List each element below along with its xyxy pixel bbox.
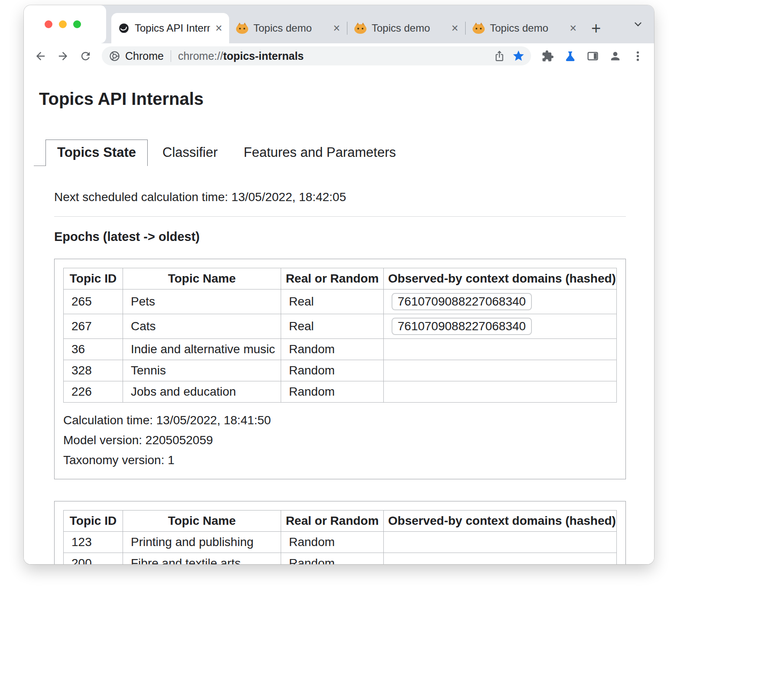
topics-internals-icon	[118, 23, 130, 34]
column-header: Real or Random	[281, 268, 384, 289]
column-header: Topic ID	[64, 511, 123, 532]
tab-title: Topics API Intern	[135, 22, 210, 34]
topic-name-cell: Cats	[123, 314, 281, 339]
real-or-random-cell: Random	[281, 381, 384, 403]
profile-icon	[609, 50, 622, 62]
topic-name-cell: Pets	[123, 289, 281, 314]
column-header: Topic Name	[123, 511, 281, 532]
minimize-window-button[interactable]	[59, 20, 67, 28]
topic-name-cell: Fibre and textile arts	[123, 553, 281, 565]
domains-cell	[384, 381, 617, 403]
close-window-button[interactable]	[45, 20, 52, 28]
tab-title: Topics demo	[372, 22, 446, 34]
tab-close-icon[interactable]: ×	[215, 23, 222, 34]
bookmark-star-button[interactable]	[512, 49, 525, 62]
extensions-button[interactable]	[538, 46, 557, 65]
column-header: Observed-by context domains (hashed)	[384, 511, 617, 532]
domain-hash-chip: 7610709088227068340	[392, 293, 532, 310]
column-header: Observed-by context domains (hashed)	[384, 268, 617, 289]
flask-icon	[564, 50, 577, 62]
column-header: Real or Random	[281, 511, 384, 532]
epoch-card: Topic ID Topic Name Real or Random Obser…	[54, 501, 626, 564]
table-row: 123 Printing and publishing Random	[64, 532, 617, 553]
puzzle-icon	[541, 50, 554, 62]
page-title: Topics API Internals	[39, 88, 626, 109]
experiments-button[interactable]	[560, 46, 580, 65]
address-bar[interactable]: Chrome chrome://topics-internals	[102, 46, 531, 65]
table-row: 267 Cats Real 7610709088227068340	[64, 314, 617, 339]
domains-cell: 7610709088227068340	[384, 314, 617, 339]
domain-hash-chip: 7610709088227068340	[392, 318, 532, 335]
topics-state-panel: Next scheduled calculation time: 13/05/2…	[54, 190, 626, 564]
real-or-random-cell: Real	[281, 314, 384, 339]
tab-title: Topics demo	[490, 22, 564, 34]
table-row: 226 Jobs and education Random	[64, 381, 617, 403]
table-row: 36 Indie and alternative music Random	[64, 339, 617, 360]
reload-button[interactable]	[76, 46, 95, 65]
tab-features-parameters[interactable]: Features and Parameters	[233, 140, 408, 166]
browser-tab-topics-internals[interactable]: Topics API Intern ×	[111, 13, 229, 43]
cat-icon	[354, 23, 366, 34]
model-version-text: Model version: 2205052059	[63, 430, 617, 450]
zoom-window-button[interactable]	[73, 20, 81, 28]
cat-icon	[236, 23, 248, 34]
topic-name-cell: Tennis	[123, 360, 281, 381]
next-scheduled-text: Next scheduled calculation time: 13/05/2…	[54, 190, 626, 204]
page-viewport: Topics API Internals Topics State Classi…	[24, 68, 654, 564]
browser-tab-topics-demo-3[interactable]: Topics demo ×	[466, 13, 583, 43]
column-header: Topic ID	[64, 268, 123, 289]
table-header-row: Topic ID Topic Name Real or Random Obser…	[64, 268, 617, 289]
internals-tab-bar: Topics State Classifier Features and Par…	[34, 140, 626, 166]
three-dot-menu-icon	[632, 50, 644, 62]
new-tab-button[interactable]: +	[583, 13, 609, 43]
epoch-meta: Calculation time: 13/05/2022, 18:41:50 M…	[63, 410, 617, 470]
browser-window: Topics API Intern × Topics demo × Topics…	[24, 5, 654, 564]
browser-menu-button[interactable]	[628, 46, 647, 65]
forward-button[interactable]	[53, 46, 72, 65]
forward-arrow-icon	[57, 50, 69, 62]
table-header-row: Topic ID Topic Name Real or Random Obser…	[64, 511, 617, 532]
browser-tab-topics-demo-1[interactable]: Topics demo ×	[229, 13, 347, 43]
url-text: chrome://topics-internals	[178, 50, 304, 62]
back-arrow-icon	[34, 50, 47, 62]
domains-cell	[384, 360, 617, 381]
topic-name-cell: Printing and publishing	[123, 532, 281, 553]
star-icon	[512, 49, 525, 62]
table-row: 265 Pets Real 7610709088227068340	[64, 289, 617, 314]
cat-icon	[473, 23, 485, 34]
side-panel-button[interactable]	[583, 46, 602, 65]
topic-id-cell: 123	[64, 532, 123, 553]
share-button[interactable]	[494, 50, 505, 62]
real-or-random-cell: Random	[281, 553, 384, 565]
window-controls	[24, 5, 106, 43]
epochs-heading: Epochs (latest -> oldest)	[54, 230, 626, 244]
topic-name-cell: Jobs and education	[123, 381, 281, 403]
topic-id-cell: 200	[64, 553, 123, 565]
chrome-logo-icon	[109, 50, 120, 62]
tab-title: Topics demo	[253, 22, 328, 34]
tab-classifier[interactable]: Classifier	[151, 140, 229, 166]
origin-chip-label: Chrome	[125, 50, 164, 62]
topic-id-cell: 265	[64, 289, 123, 314]
epoch-table: Topic ID Topic Name Real or Random Obser…	[63, 510, 617, 564]
tab-search-chevron-icon[interactable]	[632, 19, 644, 30]
real-or-random-cell: Random	[281, 360, 384, 381]
navigation-bar: Chrome chrome://topics-internals	[24, 43, 654, 68]
calculation-time-text: Calculation time: 13/05/2022, 18:41:50	[63, 410, 617, 430]
reload-icon	[79, 50, 92, 62]
tab-topics-state[interactable]: Topics State	[45, 140, 148, 166]
omnibox-divider	[171, 50, 171, 62]
topic-id-cell: 36	[64, 339, 123, 360]
browser-tab-topics-demo-2[interactable]: Topics demo ×	[347, 13, 465, 43]
tab-close-icon[interactable]: ×	[333, 23, 340, 34]
back-button[interactable]	[31, 46, 50, 65]
tab-strip: Topics API Intern × Topics demo × Topics…	[24, 5, 654, 43]
profile-button[interactable]	[606, 46, 625, 65]
domains-cell	[384, 532, 617, 553]
tab-close-icon[interactable]: ×	[451, 23, 458, 34]
column-header: Topic Name	[123, 268, 281, 289]
side-panel-icon	[586, 50, 599, 62]
epoch-table: Topic ID Topic Name Real or Random Obser…	[63, 268, 617, 403]
real-or-random-cell: Random	[281, 339, 384, 360]
tab-close-icon[interactable]: ×	[570, 23, 577, 34]
